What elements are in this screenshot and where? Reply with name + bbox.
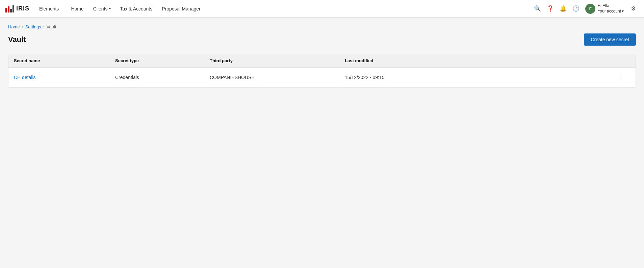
settings-button[interactable]: ⚙ — [628, 3, 639, 14]
cell-third-party: COMPANIESHOUSE — [210, 75, 345, 80]
iris-brand-text: IRIS — [16, 5, 29, 12]
navbar: IRIS Elements Home Clients ▾ Tax & Accou… — [0, 0, 644, 18]
nav-right-icons: 🔍 ❓ 🔔 🕐 E Hi Ella Your account ▾ ⚙ — [532, 2, 639, 15]
notifications-button[interactable]: 🔔 — [558, 3, 568, 14]
col-header-third-party: Third party — [210, 58, 345, 63]
bell-icon: 🔔 — [560, 5, 567, 12]
history-button[interactable]: 🕐 — [570, 3, 581, 14]
breadcrumb-settings[interactable]: Settings — [25, 24, 41, 29]
col-header-secret-name: Secret name — [14, 58, 115, 63]
nav-links: Home Clients ▾ Tax & Accounts Proposal M… — [67, 4, 532, 14]
search-icon: 🔍 — [534, 5, 541, 12]
iris-logo-icon — [5, 5, 15, 13]
user-account-label: Your account ▾ — [597, 9, 624, 14]
col-header-actions — [617, 58, 630, 63]
user-account-button[interactable]: E Hi Ella Your account ▾ — [583, 2, 626, 15]
table-row: CH details Credentials COMPANIESHOUSE 15… — [8, 68, 636, 88]
secrets-table: Secret name Secret type Third party Last… — [8, 54, 636, 88]
nav-tax-accounts[interactable]: Tax & Accounts — [116, 4, 157, 14]
row-context-menu-button[interactable]: ⋮ — [617, 72, 625, 82]
clock-icon: 🕐 — [572, 5, 579, 12]
ch-details-link[interactable]: CH details — [14, 75, 36, 80]
avatar: E — [585, 4, 595, 14]
brand-logo: IRIS — [5, 5, 32, 13]
cell-secret-type: Credentials — [115, 75, 210, 80]
nav-divider — [35, 5, 35, 13]
account-chevron-icon: ▾ — [622, 9, 624, 14]
help-icon: ❓ — [547, 5, 554, 12]
breadcrumb-home[interactable]: Home — [8, 24, 20, 29]
clients-chevron-icon: ▾ — [109, 7, 111, 10]
help-button[interactable]: ❓ — [545, 3, 556, 14]
breadcrumb-sep-2: › — [43, 25, 45, 29]
page-title: Vault — [8, 35, 26, 44]
nav-proposal-manager[interactable]: Proposal Manager — [158, 4, 204, 14]
col-header-last-modified: Last modified — [345, 58, 617, 63]
user-greeting: Hi Ella — [597, 3, 624, 9]
table-header-row: Secret name Secret type Third party Last… — [8, 54, 636, 68]
elements-label: Elements — [39, 6, 59, 11]
breadcrumb-current: Vault — [47, 24, 56, 29]
search-button[interactable]: 🔍 — [532, 3, 543, 14]
content-area: Home › Settings › Vault Vault Create new… — [0, 18, 644, 95]
cell-last-modified: 15/12/2022 - 09:15 — [345, 75, 617, 80]
page-header: Vault Create new secret — [8, 33, 636, 46]
nav-home[interactable]: Home — [67, 4, 87, 14]
cell-secret-name: CH details — [14, 75, 115, 80]
breadcrumb: Home › Settings › Vault — [8, 24, 636, 29]
col-header-secret-type: Secret type — [115, 58, 210, 63]
vertical-ellipsis-icon: ⋮ — [618, 74, 624, 81]
create-new-secret-button[interactable]: Create new secret — [584, 33, 636, 46]
breadcrumb-sep-1: › — [22, 25, 23, 29]
nav-clients[interactable]: Clients ▾ — [89, 4, 115, 14]
gear-icon: ⚙ — [631, 5, 636, 12]
cell-row-actions: ⋮ — [617, 72, 630, 82]
